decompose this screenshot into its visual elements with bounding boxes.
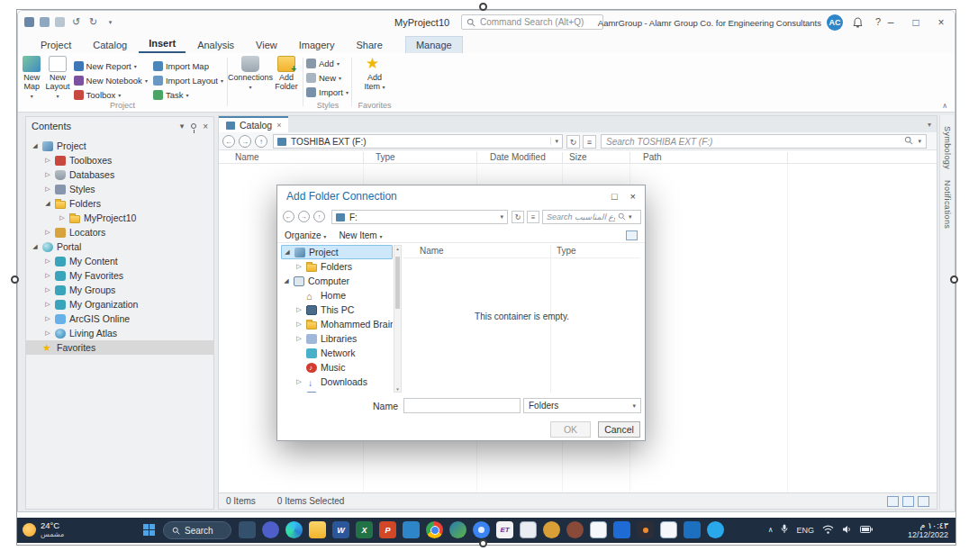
catalog-search-input[interactable] [606,137,900,147]
microphone-icon[interactable] [781,524,788,536]
tree-item-locators[interactable]: Locators [26,225,213,239]
taskbar-et-icon[interactable]: ET [496,521,513,538]
dialog-tree-this-pc[interactable]: This PC [281,303,393,317]
dialog-tree-pictures[interactable]: Pictures [281,389,393,393]
new-item-menu[interactable]: New Item ▾ [339,230,382,240]
selection-handle-right[interactable] [950,275,958,284]
taskbar-clock[interactable]: ١٠:٤٣ م 12/12/2022 [908,520,948,540]
styles-import-button[interactable]: Import▾ [306,86,349,98]
tab-list-icon[interactable]: ▾ [928,121,931,129]
save-project-icon[interactable] [40,17,50,27]
address-dropdown-icon[interactable]: ▾ [550,138,558,145]
column-type[interactable]: Type [376,152,395,162]
dialog-up-button[interactable]: ↑ [313,211,325,222]
search-options-icon[interactable]: ▾ [918,138,921,145]
maximize-button[interactable]: □ [902,11,929,34]
tree-item-project[interactable]: Project [26,139,213,153]
taskbar-powerpoint-icon[interactable]: P [379,521,396,538]
column-name[interactable]: Name [235,152,259,162]
close-tab-icon[interactable]: × [276,121,281,130]
tab-share[interactable]: Share [347,37,393,53]
dialog-tree-music[interactable]: Music [281,360,393,375]
taskbar-excel-icon[interactable]: X [356,521,373,538]
tree-item-my-content[interactable]: My Content [26,254,213,268]
tab-notifications[interactable]: Notifications [943,180,952,229]
tab-symbology[interactable]: Symbology [943,126,952,169]
dialog-tree-computer[interactable]: Computer [281,274,393,288]
collapse-icon[interactable] [32,142,39,149]
dialog-back-button[interactable]: ← [283,211,294,222]
expand-icon[interactable] [44,257,51,265]
add-folder-button[interactable]: AddFolder [272,56,301,92]
taskbar-photos-icon[interactable] [613,521,630,538]
tree-item-arcgis-online[interactable]: ArcGIS Online [26,312,213,326]
dialog-search-input[interactable] [547,212,615,221]
collapse-icon[interactable] [44,200,51,207]
expand-icon[interactable] [295,335,303,342]
organize-menu[interactable]: Organize ▾ [285,230,326,240]
taskbar-chat-icon[interactable] [262,521,279,538]
catalog-search-box[interactable]: ▾ [601,134,927,149]
tree-item-myproject10[interactable]: MyProject10 [26,211,213,225]
taskbar-search[interactable]: Search [163,521,231,539]
tree-item-portal[interactable]: Portal [26,239,213,254]
customize-quick-access-icon[interactable]: ▾ [104,16,116,28]
redo-icon[interactable]: ↻ [87,16,99,28]
selection-handle-top[interactable] [479,3,487,11]
taskbar-this-pc-icon[interactable] [239,521,256,538]
collapse-icon[interactable] [284,248,291,256]
pin-icon[interactable] [191,123,196,129]
item-type-select[interactable]: Folders ▾ [523,398,641,413]
taskbar-store-icon[interactable] [403,521,420,538]
minimize-button[interactable]: – [877,11,904,34]
dialog-maximize-button[interactable]: □ [611,191,618,202]
panel-menu-icon[interactable]: ▾ [180,122,185,131]
tree-item-living-atlas[interactable]: Living Atlas [26,326,213,340]
dialog-view-toggle-icon[interactable] [626,230,638,240]
taskbar-edge-icon[interactable] [285,521,303,538]
up-button[interactable]: ↑ [255,135,267,148]
selection-handle-left[interactable] [11,275,19,284]
new-notebook-button[interactable]: New Notebook▾ [74,74,148,86]
sort-button[interactable]: ≡ [583,135,596,149]
undo-icon[interactable]: ↺ [70,16,82,28]
expand-icon[interactable] [44,171,51,178]
tab-insert[interactable]: Insert [139,35,186,53]
dialog-tree-network[interactable]: Network [281,346,393,360]
command-search-input[interactable]: Command Search (Alt+Q) [461,14,603,30]
tray-overflow-icon[interactable]: ∧ [768,526,774,534]
dialog-tree-libraries[interactable]: Libraries [281,331,393,346]
expand-icon[interactable] [295,306,303,313]
tab-analysis[interactable]: Analysis [187,37,244,53]
connections-button[interactable]: Connections ▾ [232,56,268,92]
catalog-address-bar[interactable]: TOSHIBA EXT (F:) ▾ [273,134,563,149]
details-view-icon[interactable] [902,496,914,507]
taskbar-chrome-icon[interactable] [426,521,443,538]
import-layout-button[interactable]: Import Layout▾ [153,74,223,86]
expand-icon[interactable] [44,157,51,164]
expand-icon[interactable] [44,315,51,322]
add-item-button[interactable]: AddItem ▾ [360,56,389,92]
expand-icon[interactable] [295,321,303,328]
list-view-icon[interactable] [887,496,899,507]
dialog-forward-button[interactable]: → [298,211,310,222]
dialog-tree-downloads[interactable]: Downloads [281,375,393,389]
collapse-icon[interactable] [32,243,39,250]
import-map-button[interactable]: Import Map [153,59,223,72]
taskbar-notepad-icon[interactable] [520,521,537,538]
taskbar-document-icon[interactable] [590,521,607,538]
tree-item-my-favorites[interactable]: My Favorites [26,268,213,283]
dialog-close-button[interactable]: × [630,191,636,202]
ok-button[interactable]: OK [550,421,591,438]
tree-item-toolboxes[interactable]: Toolboxes [26,153,213,167]
taskbar-telegram-icon[interactable] [707,521,724,538]
selection-handle-bottom[interactable] [479,539,487,547]
taskbar-arcgis-pro-icon[interactable] [449,521,466,538]
tab-project[interactable]: Project [31,37,81,53]
select-dropdown-icon[interactable]: ▾ [632,402,636,410]
expand-icon[interactable] [44,330,51,337]
folder-name-input[interactable] [403,398,521,413]
tab-imagery[interactable]: Imagery [289,37,345,53]
column-size[interactable]: Size [569,152,586,162]
taskbar-document-icon-2[interactable] [660,521,677,538]
